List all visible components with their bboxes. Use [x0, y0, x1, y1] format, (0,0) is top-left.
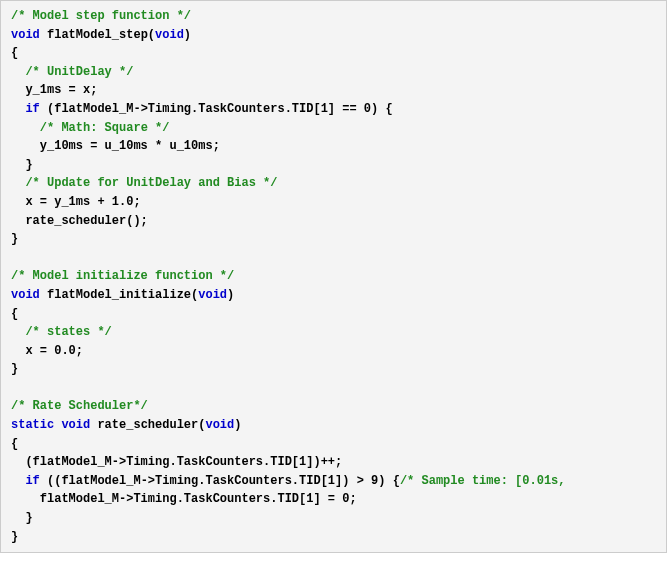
keyword-token: if	[25, 102, 39, 116]
comment-token: /* UnitDelay */	[25, 65, 133, 79]
plain-token: rate_scheduler();	[11, 214, 148, 228]
code-line: y_1ms = x;	[11, 81, 656, 100]
plain-token	[11, 65, 25, 79]
plain-token: }	[11, 232, 18, 246]
plain-token: x = 0.0;	[11, 344, 83, 358]
code-line: void flatModel_step(void)	[11, 26, 656, 45]
code-line: /* Rate Scheduler*/	[11, 397, 656, 416]
code-line	[11, 249, 656, 268]
code-line: x = 0.0;	[11, 342, 656, 361]
keyword-token: void	[11, 288, 40, 302]
keyword-token: void	[205, 418, 234, 432]
code-line: x = y_1ms + 1.0;	[11, 193, 656, 212]
code-line: }	[11, 156, 656, 175]
comment-token: /* Math: Square */	[40, 121, 170, 135]
plain-token: x = y_1ms + 1.0;	[11, 195, 141, 209]
keyword-token: if	[25, 474, 39, 488]
plain-token: {	[11, 46, 18, 60]
plain-token: y_1ms = x;	[11, 83, 97, 97]
keyword-token: void	[198, 288, 227, 302]
code-line: /* UnitDelay */	[11, 63, 656, 82]
code-line: if ((flatModel_M->Timing.TaskCounters.TI…	[11, 472, 656, 491]
plain-token	[11, 102, 25, 116]
code-line: (flatModel_M->Timing.TaskCounters.TID[1]…	[11, 453, 656, 472]
plain-token: y_10ms = u_10ms * u_10ms;	[11, 139, 220, 153]
plain-token	[11, 325, 25, 339]
plain-token: )	[184, 28, 191, 42]
code-line: y_10ms = u_10ms * u_10ms;	[11, 137, 656, 156]
comment-token: /* Update for UnitDelay and Bias */	[25, 176, 277, 190]
keyword-token: void	[155, 28, 184, 42]
plain-token: )	[227, 288, 234, 302]
plain-token: }	[11, 158, 33, 172]
plain-token	[11, 121, 40, 135]
comment-token: /* Rate Scheduler*/	[11, 399, 148, 413]
code-line	[11, 379, 656, 398]
plain-token: rate_scheduler(	[90, 418, 205, 432]
code-line: flatModel_M->Timing.TaskCounters.TID[1] …	[11, 490, 656, 509]
code-line: {	[11, 305, 656, 324]
plain-token: {	[11, 437, 18, 451]
code-line: if (flatModel_M->Timing.TaskCounters.TID…	[11, 100, 656, 119]
plain-token: {	[11, 307, 18, 321]
plain-token: ((flatModel_M->Timing.TaskCounters.TID[1…	[40, 474, 400, 488]
plain-token: }	[11, 362, 18, 376]
code-line: }	[11, 230, 656, 249]
code-line: }	[11, 509, 656, 528]
plain-token	[11, 381, 18, 395]
code-line: static void rate_scheduler(void)	[11, 416, 656, 435]
plain-token: (flatModel_M->Timing.TaskCounters.TID[1]…	[11, 455, 342, 469]
keyword-token: static void	[11, 418, 90, 432]
code-listing: /* Model step function */void flatModel_…	[0, 0, 667, 553]
code-line: void flatModel_initialize(void)	[11, 286, 656, 305]
plain-token: flatModel_M->Timing.TaskCounters.TID[1] …	[11, 492, 357, 506]
plain-token	[11, 251, 18, 265]
plain-token: }	[11, 530, 18, 544]
code-line: }	[11, 360, 656, 379]
plain-token: flatModel_initialize(	[40, 288, 198, 302]
code-line: rate_scheduler();	[11, 212, 656, 231]
comment-token: /* states */	[25, 325, 111, 339]
plain-token: }	[11, 511, 33, 525]
plain-token: (flatModel_M->Timing.TaskCounters.TID[1]…	[40, 102, 393, 116]
comment-token: /* Sample time: [0.01s,	[400, 474, 566, 488]
code-line: /* Math: Square */	[11, 119, 656, 138]
plain-token	[11, 474, 25, 488]
code-line: /* states */	[11, 323, 656, 342]
code-line: {	[11, 435, 656, 454]
code-line: }	[11, 528, 656, 547]
comment-token: /* Model initialize function */	[11, 269, 234, 283]
plain-token: )	[234, 418, 241, 432]
code-line: /* Model step function */	[11, 7, 656, 26]
plain-token	[11, 176, 25, 190]
code-line: /* Update for UnitDelay and Bias */	[11, 174, 656, 193]
keyword-token: void	[11, 28, 40, 42]
code-line: {	[11, 44, 656, 63]
comment-token: /* Model step function */	[11, 9, 191, 23]
code-line: /* Model initialize function */	[11, 267, 656, 286]
plain-token: flatModel_step(	[40, 28, 155, 42]
